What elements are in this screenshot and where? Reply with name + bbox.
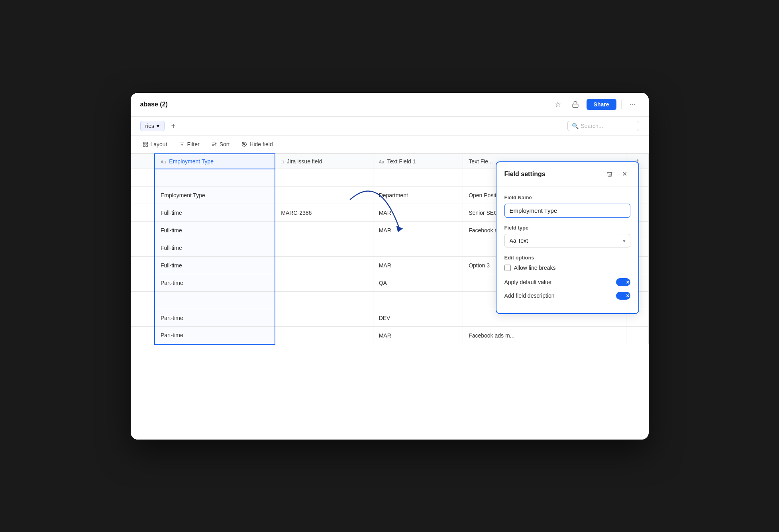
svg-rect-0: [573, 104, 578, 107]
sort-button[interactable]: Sort: [209, 139, 232, 149]
textfield1-cell[interactable]: [373, 292, 463, 309]
jira-cell[interactable]: [275, 309, 373, 327]
table-row: Part-time MAR Facebook ads m...: [131, 327, 648, 344]
apply-default-toggle[interactable]: [616, 278, 630, 286]
page-title: abase (2): [140, 101, 551, 108]
col-textfield2-label: Text Fie...: [469, 158, 493, 165]
field-settings-title: Field settings: [504, 171, 545, 178]
delete-field-button[interactable]: [604, 169, 615, 180]
jira-cell[interactable]: MARC-2386: [275, 204, 373, 222]
textfield1-cell[interactable]: MAR: [373, 222, 463, 239]
app-window: abase (2) ☆ Share ··· ries ▾ + 🔍 Search.…: [131, 93, 649, 440]
col-jira-label: Jira issue field: [287, 158, 322, 165]
row-num-cell: [131, 257, 155, 274]
textfield1-cell[interactable]: [373, 239, 463, 257]
field-name-label: Field Name: [504, 194, 630, 200]
hide-field-label: Hide field: [249, 141, 273, 147]
employment-cell[interactable]: [155, 169, 275, 186]
row-num-header: [131, 154, 155, 169]
add-description-toggle[interactable]: [616, 292, 630, 300]
row-num-cell: [131, 239, 155, 257]
employment-cell[interactable]: Employment Type: [155, 186, 275, 204]
star-button[interactable]: ☆: [551, 98, 564, 111]
textfield1-cell[interactable]: [373, 169, 463, 186]
jira-cell[interactable]: [275, 186, 373, 204]
textfield1-cell[interactable]: MAR: [373, 327, 463, 344]
extra-cell: [626, 327, 648, 344]
allow-line-breaks-checkbox[interactable]: [504, 265, 511, 271]
row-num-cell: [131, 222, 155, 239]
text-icon: Aa: [161, 159, 166, 164]
jira-cell[interactable]: [275, 239, 373, 257]
jira-cell[interactable]: [275, 292, 373, 309]
text-icon-2: Aa: [379, 159, 384, 164]
col-header-employment[interactable]: Aa Employment Type: [155, 154, 275, 169]
jira-cell[interactable]: [275, 327, 373, 344]
close-button[interactable]: ✕: [619, 169, 630, 180]
apply-default-label: Apply default value: [504, 279, 551, 285]
field-settings-header: Field settings ✕: [496, 162, 638, 186]
employment-cell[interactable]: Part-time: [155, 274, 275, 292]
row-num-cell: [131, 169, 155, 186]
fs-header-actions: ✕: [604, 169, 630, 180]
search-placeholder: Search...: [581, 123, 603, 129]
field-settings-body: Field Name Field type Aa Text Number Dat…: [496, 186, 638, 313]
add-description-label: Add field description: [504, 293, 555, 299]
add-view-button[interactable]: +: [168, 120, 179, 132]
apply-default-row: Apply default value: [504, 278, 630, 286]
tab-ries[interactable]: ries ▾: [140, 121, 165, 131]
row-num-cell: [131, 186, 155, 204]
hide-field-button[interactable]: Hide field: [239, 139, 275, 149]
row-num-cell: [131, 274, 155, 292]
lock-button[interactable]: [569, 98, 582, 111]
employment-cell[interactable]: Part-time: [155, 327, 275, 344]
layout-label: Layout: [151, 141, 167, 147]
more-button[interactable]: ···: [626, 98, 639, 111]
textfield1-cell[interactable]: Department: [373, 186, 463, 204]
employment-cell[interactable]: Full-time: [155, 222, 275, 239]
svg-rect-2: [146, 142, 147, 144]
svg-rect-1: [143, 142, 145, 144]
main-content: Aa Employment Type □ Jira issue field Aa…: [131, 153, 649, 440]
employment-cell[interactable]: Part-time: [155, 309, 275, 327]
search-icon: 🔍: [572, 123, 579, 129]
employment-cell[interactable]: Full-time: [155, 204, 275, 222]
textfield1-cell[interactable]: MAR: [373, 257, 463, 274]
row-num-cell: [131, 204, 155, 222]
edit-options-label: Edit options: [504, 255, 630, 261]
svg-rect-3: [143, 145, 145, 146]
allow-line-breaks-row: Allow line breaks: [504, 265, 630, 271]
textfield1-cell[interactable]: QA: [373, 274, 463, 292]
jira-cell[interactable]: [275, 274, 373, 292]
search-box[interactable]: 🔍 Search...: [567, 121, 639, 131]
jira-cell[interactable]: [275, 222, 373, 239]
tab-label: ries: [145, 123, 155, 129]
sort-label: Sort: [220, 141, 230, 147]
field-type-select-wrap: Aa Text Number Date Select Multi-select …: [504, 234, 630, 247]
field-settings-panel: Field settings ✕ Field Name Field type A…: [496, 161, 639, 314]
chevron-down-icon: ▾: [157, 123, 159, 129]
toolbar: ries ▾ + 🔍 Search...: [131, 117, 649, 136]
share-button[interactable]: Share: [587, 99, 616, 110]
field-name-input[interactable]: [504, 204, 630, 218]
col-header-jira[interactable]: □ Jira issue field: [275, 154, 373, 169]
filter-button[interactable]: Filter: [177, 139, 202, 149]
employment-cell[interactable]: [155, 292, 275, 309]
textfield2-cell[interactable]: Facebook ads m...: [463, 327, 626, 344]
filter-label: Filter: [187, 141, 200, 147]
field-type-select[interactable]: Aa Text Number Date Select Multi-select: [504, 234, 630, 247]
jira-cell[interactable]: [275, 257, 373, 274]
header-actions: ☆ Share ···: [551, 98, 639, 111]
allow-line-breaks-label: Allow line breaks: [514, 265, 556, 271]
employment-cell[interactable]: Full-time: [155, 239, 275, 257]
jira-icon: □: [281, 159, 284, 164]
row-num-cell: [131, 309, 155, 327]
layout-button[interactable]: Layout: [140, 139, 170, 149]
textfield1-cell[interactable]: DEV: [373, 309, 463, 327]
col-textfield1-label: Text Field 1: [387, 158, 416, 165]
col-header-textfield1[interactable]: Aa Text Field 1: [373, 154, 463, 169]
jira-cell[interactable]: [275, 169, 373, 186]
employment-cell[interactable]: Full-time: [155, 257, 275, 274]
textfield1-cell[interactable]: MAR: [373, 204, 463, 222]
divider: [621, 100, 622, 109]
